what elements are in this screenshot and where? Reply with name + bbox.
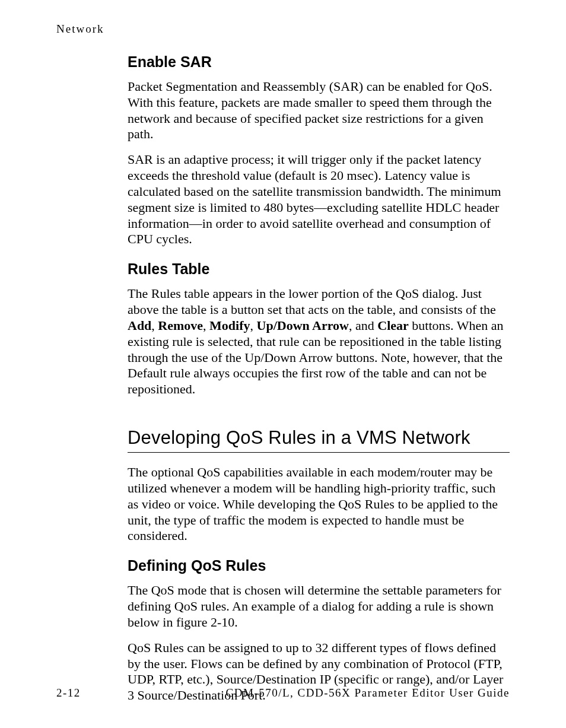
page-number: 2-12	[56, 686, 81, 700]
para-enable-sar-1: Packet Segmentation and Reassembly (SAR)…	[128, 79, 510, 142]
text-sep2: ,	[203, 318, 209, 333]
doc-title: CDM-570/L, CDD-56X Parameter Editor User…	[226, 686, 510, 700]
text-sep3: ,	[250, 318, 257, 333]
text-sep1: ,	[151, 318, 158, 333]
para-enable-sar-2: SAR is an adaptive process; it will trig…	[128, 152, 510, 247]
bold-modify: Modify	[209, 318, 250, 333]
heading-defining-qos: Defining QoS Rules	[128, 557, 510, 574]
heading-developing-qos: Developing QoS Rules in a VMS Network	[128, 427, 510, 449]
para-dev-qos: The optional QoS capabilities available …	[128, 465, 510, 544]
section-rule	[128, 452, 510, 453]
text-rules-a: The Rules table appears in the lower por…	[128, 286, 496, 317]
heading-enable-sar: Enable SAR	[128, 53, 510, 71]
page-footer: 2-12 CDM-570/L, CDD-56X Parameter Editor…	[56, 686, 510, 700]
running-head: Network	[56, 23, 510, 36]
text-sep4: , and	[349, 318, 377, 333]
page-container: Network Enable SAR Packet Segmentation a…	[0, 0, 566, 728]
bold-clear: Clear	[377, 318, 409, 333]
heading-rules-table: Rules Table	[128, 260, 510, 278]
para-rules-table: The Rules table appears in the lower por…	[128, 286, 510, 398]
bold-updown: Up/Down Arrow	[257, 318, 349, 333]
para-def-qos-1: The QoS mode that is chosen will determi…	[128, 583, 510, 630]
bold-remove: Remove	[158, 318, 203, 333]
main-content: Enable SAR Packet Segmentation and Reass…	[128, 53, 510, 704]
bold-add: Add	[128, 318, 151, 333]
